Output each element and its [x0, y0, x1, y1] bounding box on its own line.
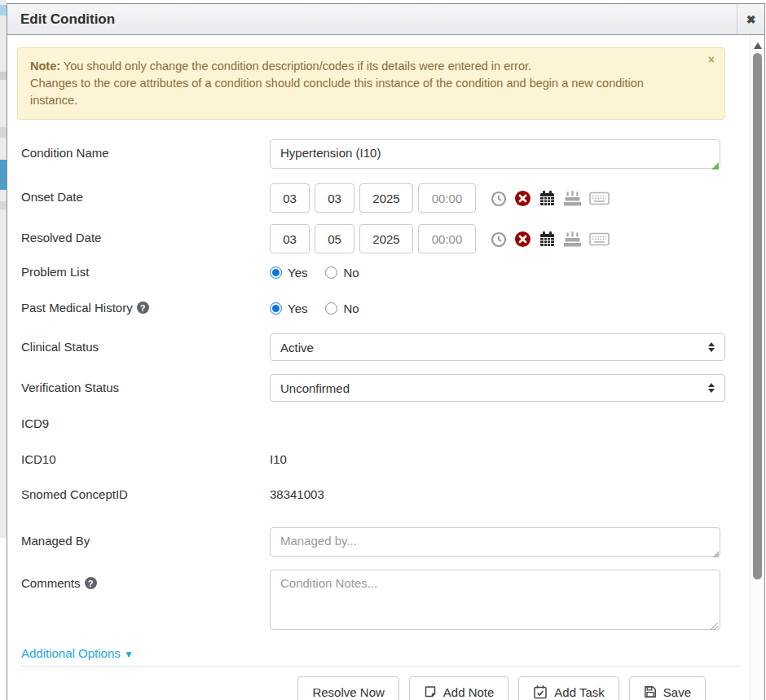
icd9-row: ICD9	[17, 416, 725, 430]
select-arrows-icon	[708, 342, 715, 352]
comments-row: Comments ?	[17, 570, 725, 633]
banner-dismiss-icon[interactable]: ×	[708, 53, 715, 66]
icd9-label: ICD9	[21, 416, 270, 430]
note-banner: Note: You should only change the conditi…	[17, 47, 725, 120]
snomed-label: Snomed ConceptID	[21, 487, 270, 501]
problem-list-row: Problem List Yes No	[17, 265, 725, 280]
verification-status-select[interactable]: Unconfirmed	[270, 374, 725, 402]
select-arrows-icon	[708, 383, 715, 393]
add-note-button[interactable]: Add Note	[409, 676, 509, 700]
birthday-cake-icon[interactable]	[563, 231, 582, 248]
managed-by-row: Managed By	[17, 527, 725, 560]
radio-option-label: Yes	[288, 266, 307, 280]
resolved-time-input[interactable]	[418, 224, 476, 253]
snomed-value: 38341003	[270, 487, 324, 501]
radio-unselected-icon[interactable]	[325, 266, 337, 279]
onset-day-input[interactable]	[315, 183, 354, 213]
radio-selected-icon[interactable]	[270, 266, 282, 279]
birthday-cake-icon[interactable]	[563, 190, 582, 207]
save-button[interactable]: Save	[629, 676, 706, 700]
calendar-icon[interactable]	[539, 190, 556, 207]
managed-by-input[interactable]	[270, 527, 720, 557]
save-icon	[644, 685, 657, 698]
icd10-value: I10	[270, 452, 287, 466]
clock-icon[interactable]	[491, 191, 507, 207]
comments-label-text: Comments	[21, 576, 81, 590]
problem-list-no-option[interactable]: No	[325, 266, 359, 280]
managed-by-label: Managed By	[21, 527, 270, 548]
resolved-date-label: Resolved Date	[21, 224, 270, 244]
clinical-status-row: Clinical Status Active	[17, 333, 725, 361]
problem-list-label: Problem List	[21, 265, 270, 279]
pmh-yes-option[interactable]: Yes	[270, 302, 307, 315]
radio-option-label: No	[343, 302, 359, 315]
condition-name-label: Condition Name	[21, 139, 270, 160]
resolved-year-input[interactable]	[359, 224, 413, 253]
snomed-row: Snomed ConceptID 38341003	[17, 487, 725, 501]
additional-options-link[interactable]: Additional Options ▼	[21, 646, 134, 660]
onset-time-input[interactable]	[418, 183, 476, 213]
note-banner-bold: Note:	[30, 59, 60, 73]
comments-label: Comments ?	[21, 570, 270, 590]
note-banner-line1: You should only change the condition des…	[60, 59, 531, 73]
background-fragment	[0, 5, 7, 15]
radio-option-label: Yes	[288, 302, 307, 315]
modal-body: Note: You should only change the conditi…	[7, 35, 764, 700]
help-icon[interactable]: ?	[137, 302, 149, 314]
add-task-label: Add Task	[554, 685, 604, 699]
add-note-label: Add Note	[443, 685, 495, 699]
chevron-down-icon: ▼	[124, 649, 134, 660]
onset-year-input[interactable]	[359, 183, 413, 213]
pmh-no-option[interactable]: No	[325, 302, 359, 315]
edit-condition-modal: Edit Condition ✖ Note: You should only c…	[7, 3, 765, 700]
save-label: Save	[663, 685, 691, 699]
verification-status-value: Unconfirmed	[280, 381, 350, 395]
add-task-button[interactable]: Add Task	[518, 676, 619, 700]
clear-date-icon[interactable]	[514, 231, 531, 248]
resolved-month-input[interactable]	[270, 224, 310, 253]
keyboard-icon[interactable]	[589, 232, 610, 246]
onset-date-label: Onset Date	[21, 183, 270, 204]
note-banner-line2: Changes to the core attributes of a cond…	[30, 77, 644, 107]
additional-options-row: Additional Options ▼	[17, 646, 725, 661]
verification-status-label: Verification Status	[21, 374, 270, 394]
condition-name-row: Condition Name Hypertension (I10)	[17, 139, 725, 172]
calendar-check-icon	[533, 685, 548, 699]
background-fragment	[0, 160, 7, 190]
background-fragment	[0, 72, 7, 80]
icd10-label: ICD10	[21, 452, 270, 466]
onset-date-row: Onset Date	[17, 183, 725, 213]
resolved-day-input[interactable]	[315, 224, 354, 253]
additional-options-label: Additional Options	[21, 646, 121, 660]
close-icon[interactable]: ✖	[737, 4, 764, 34]
scrollbar-thumb[interactable]	[753, 53, 762, 579]
modal-footer: Resolve Now Add Note Add Task Save	[17, 667, 725, 700]
radio-option-label: No	[343, 266, 359, 280]
icd10-row: ICD10 I10	[17, 452, 725, 466]
scrollbar-up-arrow-icon[interactable]	[754, 42, 762, 49]
resolve-now-label: Resolve Now	[312, 685, 384, 699]
clinical-status-value: Active	[280, 341, 314, 354]
radio-unselected-icon[interactable]	[325, 302, 337, 315]
modal-scrollbar[interactable]	[750, 35, 764, 700]
onset-month-input[interactable]	[270, 183, 310, 213]
modal-title: Edit Condition	[7, 11, 115, 28]
clinical-status-select[interactable]: Active	[270, 333, 725, 361]
resolve-now-button[interactable]: Resolve Now	[297, 676, 398, 700]
clear-date-icon[interactable]	[514, 190, 531, 207]
past-medical-history-label-text: Past Medical History	[21, 301, 133, 315]
problem-list-yes-option[interactable]: Yes	[270, 266, 307, 280]
help-icon[interactable]: ?	[85, 577, 97, 589]
background-page-fragment	[0, 0, 7, 538]
background-fragment	[0, 127, 7, 138]
radio-selected-icon[interactable]	[270, 302, 282, 315]
page: Edit Condition ✖ Note: You should only c…	[0, 0, 766, 700]
calendar-icon[interactable]	[539, 231, 556, 248]
comments-input[interactable]	[270, 570, 720, 630]
resolved-date-row: Resolved Date	[17, 224, 725, 253]
condition-name-input[interactable]: Hypertension (I10)	[270, 139, 720, 169]
background-fragment	[0, 201, 7, 209]
keyboard-icon[interactable]	[589, 192, 610, 205]
modal-header: Edit Condition ✖	[7, 4, 764, 35]
clock-icon[interactable]	[491, 231, 507, 248]
